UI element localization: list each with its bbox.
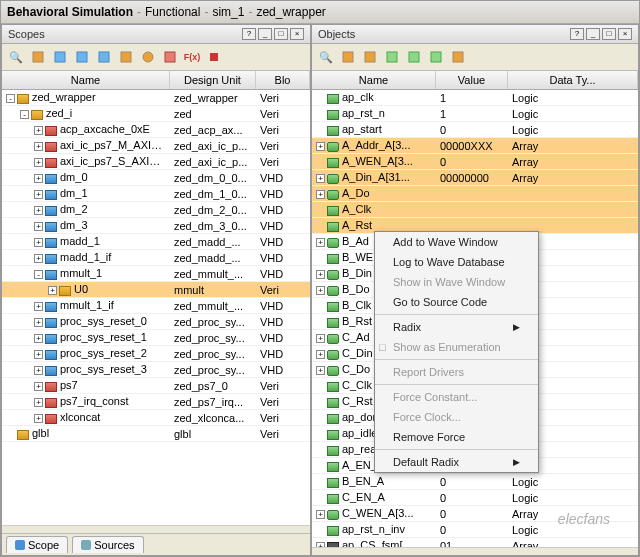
expander-icon[interactable]: + [34, 222, 43, 231]
menu-default-radix[interactable]: Default Radix▶ [375, 452, 538, 472]
expander-icon[interactable]: + [34, 206, 43, 215]
scope-row[interactable]: +axi_ic_ps7_S_AXI_ACPzed_axi_ic_p...Veri [2, 154, 310, 170]
expander-icon[interactable]: - [34, 270, 43, 279]
scope-row[interactable]: +xlconcatzed_xlconca...Veri [2, 410, 310, 426]
object-row[interactable]: +A_Do [312, 186, 638, 202]
expander-icon[interactable]: + [34, 174, 43, 183]
expander-icon[interactable]: + [316, 542, 325, 547]
expander-icon[interactable]: + [316, 190, 325, 199]
expander-icon[interactable]: - [6, 94, 15, 103]
tab-sources[interactable]: Sources [72, 536, 143, 553]
object-row[interactable]: ap_start0Logic [312, 122, 638, 138]
filter1-icon[interactable] [28, 47, 48, 67]
minimize-button[interactable]: _ [586, 28, 600, 40]
scope-row[interactable]: +proc_sys_reset_0zed_proc_sy...VHD [2, 314, 310, 330]
col-obj-name[interactable]: Name [312, 71, 436, 89]
scope-row[interactable]: +U0mmultVeri [2, 282, 310, 298]
expander-icon[interactable]: + [34, 318, 43, 327]
expander-icon[interactable]: + [34, 238, 43, 247]
maximize-button[interactable]: □ [602, 28, 616, 40]
objects-tree[interactable]: Name Value Data Ty... ap_clk1Logicap_rst… [312, 71, 638, 547]
scope-row[interactable]: +mmult_1_ifzed_mmult_...VHD [2, 298, 310, 314]
expander-icon[interactable]: + [34, 350, 43, 359]
close-button[interactable]: × [618, 28, 632, 40]
fx-icon[interactable]: F(x) [182, 47, 202, 67]
expander-icon[interactable]: + [34, 382, 43, 391]
expander-icon[interactable]: + [316, 270, 325, 279]
expander-icon[interactable]: + [316, 142, 325, 151]
obj-filter2-icon[interactable] [360, 47, 380, 67]
object-row[interactable]: +ap_CS_fsm[...01Array [312, 538, 638, 547]
scope-row[interactable]: +dm_1zed_dm_1_0...VHD [2, 186, 310, 202]
col-name[interactable]: Name [2, 71, 170, 89]
col-obj-value[interactable]: Value [436, 71, 508, 89]
menu-go-source[interactable]: Go to Source Code [375, 292, 538, 312]
menu-log-wave[interactable]: Log to Wave Database [375, 252, 538, 272]
expander-icon[interactable]: + [34, 366, 43, 375]
scope-row[interactable]: glblglblVeri [2, 426, 310, 442]
expander-icon[interactable]: + [34, 398, 43, 407]
scope-row[interactable]: -zed_izedVeri [2, 106, 310, 122]
scopes-tree[interactable]: Name Design Unit Blo -zed_wrapperzed_wra… [2, 71, 310, 525]
menu-add-wave[interactable]: Add to Wave Window [375, 232, 538, 252]
scope-row[interactable]: -zed_wrapperzed_wrapperVeri [2, 90, 310, 106]
help-button[interactable]: ? [570, 28, 584, 40]
settings-icon[interactable] [160, 47, 180, 67]
scope-row[interactable]: +madd_1_ifzed_madd_...VHD [2, 250, 310, 266]
object-row[interactable]: ap_clk1Logic [312, 90, 638, 106]
expander-icon[interactable]: + [34, 126, 43, 135]
object-row[interactable]: A_Clk [312, 202, 638, 218]
expander-icon[interactable]: + [316, 350, 325, 359]
expander-icon[interactable]: + [34, 142, 43, 151]
menu-remove-force[interactable]: Remove Force [375, 427, 538, 447]
scope-row[interactable]: +proc_sys_reset_2zed_proc_sy...VHD [2, 346, 310, 362]
object-row[interactable]: ap_rst_n_inv0Logic [312, 522, 638, 538]
obj-filter6-icon[interactable] [448, 47, 468, 67]
expander-icon[interactable]: + [34, 158, 43, 167]
scope-row[interactable]: +dm_0zed_dm_0_0...VHD [2, 170, 310, 186]
object-row[interactable]: ap_rst_n1Logic [312, 106, 638, 122]
menu-radix[interactable]: Radix▶ [375, 317, 538, 337]
object-row[interactable]: +A_Din_A[31...00000000Array [312, 170, 638, 186]
search-icon[interactable]: 🔍 [316, 47, 336, 67]
scope-row[interactable]: +axi_ic_ps7_M_AXI_GP0zed_axi_ic_p...Veri [2, 138, 310, 154]
expander-icon[interactable]: + [316, 366, 325, 375]
scope-row[interactable]: -mmult_1zed_mmult_...VHD [2, 266, 310, 282]
expander-icon[interactable]: + [316, 510, 325, 519]
scope-row[interactable]: +dm_2zed_dm_2_0...VHD [2, 202, 310, 218]
obj-filter3-icon[interactable] [382, 47, 402, 67]
expander-icon[interactable]: + [34, 302, 43, 311]
col-block[interactable]: Blo [256, 71, 310, 89]
filter6-icon[interactable] [138, 47, 158, 67]
filter2-icon[interactable] [50, 47, 70, 67]
close-button[interactable]: × [290, 28, 304, 40]
scope-row[interactable]: +dm_3zed_dm_3_0...VHD [2, 218, 310, 234]
minimize-button[interactable]: _ [258, 28, 272, 40]
expander-icon[interactable]: + [316, 286, 325, 295]
obj-filter4-icon[interactable] [404, 47, 424, 67]
scope-row[interactable]: +proc_sys_reset_3zed_proc_sy...VHD [2, 362, 310, 378]
expander-icon[interactable]: + [316, 238, 325, 247]
expander-icon[interactable]: + [34, 254, 43, 263]
expander-icon[interactable]: + [48, 286, 57, 295]
expander-icon[interactable]: + [316, 174, 325, 183]
expander-icon[interactable]: + [34, 414, 43, 423]
scope-row[interactable]: +acp_axcache_0xEzed_acp_ax...Veri [2, 122, 310, 138]
expander-icon[interactable]: + [34, 190, 43, 199]
filter5-icon[interactable] [116, 47, 136, 67]
obj-filter1-icon[interactable] [338, 47, 358, 67]
stop-icon[interactable] [204, 47, 224, 67]
search-icon[interactable]: 🔍 [6, 47, 26, 67]
object-row[interactable]: +C_WEN_A[3...0Array [312, 506, 638, 522]
expander-icon[interactable]: + [316, 334, 325, 343]
expander-icon[interactable]: - [20, 110, 29, 119]
filter4-icon[interactable] [94, 47, 114, 67]
tab-scope[interactable]: Scope [6, 536, 68, 553]
scope-row[interactable]: +ps7_irq_constzed_ps7_irq...Veri [2, 394, 310, 410]
col-unit[interactable]: Design Unit [170, 71, 256, 89]
scope-row[interactable]: +ps7zed_ps7_0Veri [2, 378, 310, 394]
col-obj-dtype[interactable]: Data Ty... [508, 71, 638, 89]
obj-filter5-icon[interactable] [426, 47, 446, 67]
object-row[interactable]: +A_Addr_A[3...00000XXXArray [312, 138, 638, 154]
help-button[interactable]: ? [242, 28, 256, 40]
